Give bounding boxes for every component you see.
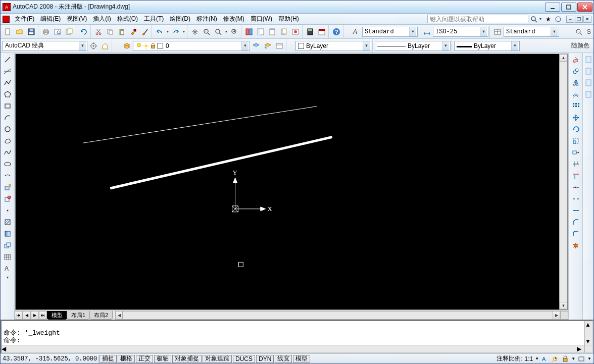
spline-icon[interactable] <box>2 147 13 158</box>
color-combo[interactable]: ByLayer ▼ <box>295 41 371 51</box>
redo-dropdown[interactable] <box>182 29 186 34</box>
undo-dropdown[interactable] <box>166 29 170 34</box>
anno-scale-dropdown[interactable]: ▼ <box>535 356 539 361</box>
menu-window[interactable]: 窗口(W) <box>247 14 275 24</box>
open-icon[interactable] <box>14 26 25 37</box>
publish-icon[interactable] <box>64 26 75 37</box>
textstyle-icon[interactable]: A <box>351 26 362 37</box>
tab-layout1[interactable]: 布局1 <box>67 311 90 320</box>
lineweight-combo[interactable]: ByLayer ▼ <box>454 41 520 51</box>
chamfer-icon[interactable] <box>570 217 581 228</box>
anno-scale-value[interactable]: 1:1 <box>525 355 533 362</box>
toggle-osnap[interactable]: 对象捕捉 <box>172 355 202 363</box>
print-icon[interactable] <box>40 26 52 37</box>
properties-icon[interactable] <box>243 26 255 37</box>
cmd-scroll-up[interactable]: ▲ <box>585 321 592 328</box>
insert-block-icon[interactable] <box>2 182 13 193</box>
menu-insert[interactable]: 插入(I) <box>90 14 114 24</box>
make-block-icon[interactable] <box>2 193 13 204</box>
tablestyle-combo[interactable]: Standard ▼ <box>504 27 559 37</box>
undo-icon[interactable] <box>154 26 165 37</box>
horizontal-scrollbar[interactable]: ◀ ▶ <box>115 311 560 320</box>
toggle-lwt[interactable]: 线宽 <box>275 355 292 363</box>
tab-nav-last[interactable]: ⏭ <box>39 311 47 320</box>
match-prop-icon[interactable] <box>128 26 139 37</box>
cmd-scroll-left[interactable]: ◀ <box>2 345 9 352</box>
tab-nav-next[interactable]: ▶ <box>31 311 39 320</box>
toggle-model[interactable]: 模型 <box>293 355 310 363</box>
zoom-previous-icon[interactable] <box>229 26 240 37</box>
scroll-left-button[interactable]: ◀ <box>115 311 123 320</box>
layer-previous-icon[interactable] <box>262 40 273 51</box>
scale-icon[interactable] <box>570 135 581 146</box>
polygon-icon[interactable] <box>2 89 13 100</box>
tab-layout2[interactable]: 布局2 <box>89 311 113 320</box>
zoom-window-icon[interactable] <box>213 26 224 37</box>
coords-readout[interactable]: 43.3587, -315.5625, 0.0000 <box>1 355 99 362</box>
revcloud-icon[interactable] <box>2 135 13 146</box>
mtext-icon[interactable]: A <box>2 263 13 274</box>
menu-tools[interactable]: 工具(T) <box>141 14 167 24</box>
zoom-dropdown[interactable] <box>224 29 228 34</box>
line-icon[interactable] <box>2 54 13 65</box>
tablestyle-icon[interactable] <box>492 26 503 37</box>
toggle-ortho[interactable]: 正交 <box>136 355 153 363</box>
menu-draw[interactable]: 绘图(D) <box>167 14 193 24</box>
palette-2-icon[interactable] <box>583 66 594 77</box>
tab-nav-first[interactable]: ⏮ <box>15 311 23 320</box>
layer-combo[interactable]: 0 ▼ <box>133 41 250 51</box>
toggle-polar[interactable]: 极轴 <box>154 355 171 363</box>
fillet-icon[interactable] <box>570 228 581 239</box>
plot-preview-icon[interactable] <box>52 26 63 37</box>
anno-auto-icon[interactable] <box>551 355 559 363</box>
pan-icon[interactable] <box>189 26 201 37</box>
menu-format[interactable]: 格式(O) <box>114 14 141 24</box>
palette-1-icon[interactable] <box>583 54 594 65</box>
dimstyle-icon[interactable] <box>421 26 432 37</box>
stretch-icon[interactable] <box>570 147 581 158</box>
polyline-icon[interactable] <box>2 77 13 88</box>
help-search-input[interactable] <box>427 15 528 23</box>
minimize-button[interactable] <box>545 3 560 12</box>
scroll-right-button[interactable]: ▶ <box>553 311 560 320</box>
paste-icon[interactable] <box>116 26 127 37</box>
ellipse-icon[interactable] <box>2 159 13 170</box>
tool-palette-icon[interactable] <box>267 26 278 37</box>
trim-icon[interactable] <box>570 159 581 170</box>
scroll-up-button[interactable]: ▲ <box>560 54 567 62</box>
break-icon[interactable] <box>570 193 581 204</box>
gradient-icon[interactable] <box>2 228 13 239</box>
sheet-set-icon[interactable] <box>278 26 289 37</box>
anno-visibility-icon[interactable]: A <box>541 355 549 363</box>
vertical-scrollbar[interactable]: ▲ ▼ <box>559 54 567 309</box>
table-icon[interactable] <box>2 251 13 263</box>
erase-icon[interactable] <box>570 54 581 65</box>
linetype-combo[interactable]: ByLayer ▼ <box>375 41 451 51</box>
brush-icon[interactable] <box>139 26 151 37</box>
join-icon[interactable] <box>570 205 581 216</box>
workspace-combo[interactable]: AutoCAD 经典 ▼ <box>3 41 87 51</box>
menu-file[interactable]: 文件(F) <box>12 14 37 24</box>
menu-edit[interactable]: 编辑(E) <box>37 14 64 24</box>
zoom-realtime-icon[interactable]: ± <box>201 26 212 37</box>
palette-3-icon[interactable] <box>583 77 594 88</box>
calc-icon[interactable] <box>305 26 316 37</box>
circle-icon[interactable] <box>2 124 13 135</box>
explode-icon[interactable] <box>570 240 581 251</box>
search-icon[interactable] <box>529 15 538 24</box>
workspace-settings-icon[interactable] <box>88 40 99 51</box>
redo-icon[interactable] <box>170 26 181 37</box>
layer-filter-icon[interactable] <box>274 40 285 51</box>
break-at-point-icon[interactable] <box>570 182 581 193</box>
new-icon[interactable] <box>3 26 14 37</box>
comm-center-icon[interactable] <box>554 15 563 24</box>
cut-icon[interactable] <box>93 26 104 37</box>
tab-model[interactable]: 模型 <box>47 311 67 320</box>
favorite-icon[interactable]: ★ <box>543 15 553 24</box>
toggle-ducs[interactable]: DUCS <box>233 355 255 363</box>
palette-4-icon[interactable] <box>583 89 594 100</box>
tab-nav-prev[interactable]: ◀ <box>23 311 31 320</box>
point-icon[interactable] <box>2 205 13 216</box>
tray-settings-dropdown[interactable]: ▼ <box>587 356 591 361</box>
xline-icon[interactable] <box>2 66 13 77</box>
